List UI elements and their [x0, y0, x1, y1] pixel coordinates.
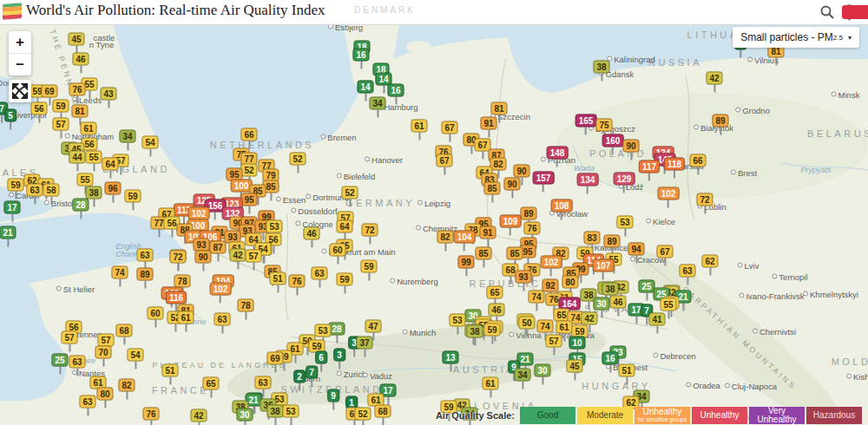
- aqi-marker[interactable]: 63: [679, 265, 695, 278]
- aqi-marker[interactable]: 38: [266, 405, 283, 418]
- aqi-marker[interactable]: 52: [289, 153, 306, 166]
- aqi-marker[interactable]: 53: [282, 405, 299, 418]
- aqi-marker[interactable]: 102: [541, 256, 562, 269]
- aqi-marker[interactable]: 34: [369, 97, 385, 110]
- aqi-marker[interactable]: 58: [43, 184, 59, 197]
- legend-item-moderate[interactable]: Moderate: [577, 407, 633, 424]
- aqi-marker[interactable]: 83: [583, 232, 600, 245]
- aqi-marker[interactable]: 66: [689, 154, 706, 167]
- aqi-marker[interactable]: 74: [111, 266, 128, 279]
- aqi-marker[interactable]: 59: [52, 100, 69, 113]
- aqi-marker[interactable]: 129: [614, 173, 635, 186]
- map-canvas[interactable]: DENMARKNETHERLANDSGERMANYPOLANDBELARUSRU…: [0, 24, 868, 425]
- aqi-marker[interactable]: 81: [71, 105, 88, 118]
- aqi-marker[interactable]: 61: [177, 311, 194, 324]
- aqi-marker[interactable]: 51: [269, 272, 286, 285]
- aqi-marker[interactable]: 38: [85, 186, 102, 199]
- aqi-marker[interactable]: 17: [3, 201, 20, 214]
- aqi-marker[interactable]: 46: [488, 304, 504, 317]
- aqi-marker[interactable]: 38: [466, 325, 483, 338]
- aqi-marker[interactable]: 89: [520, 207, 536, 220]
- aqi-marker[interactable]: 90: [513, 165, 529, 178]
- aqi-marker[interactable]: 85: [475, 247, 491, 260]
- aqi-marker[interactable]: 28: [72, 199, 89, 212]
- aqi-marker[interactable]: 61: [80, 122, 96, 135]
- aqi-marker[interactable]: 65: [486, 286, 503, 299]
- aqi-marker[interactable]: 72: [169, 251, 186, 264]
- legend-item-unhealthy[interactable]: Unhealthyfor sensitive groups: [635, 407, 690, 424]
- aqi-marker[interactable]: 46: [609, 296, 626, 309]
- aqi-marker[interactable]: 81: [490, 102, 507, 115]
- aqi-marker[interactable]: 76: [523, 222, 540, 235]
- aqi-marker[interactable]: 69: [41, 85, 57, 98]
- aqi-marker[interactable]: 67: [441, 121, 457, 134]
- aqi-marker[interactable]: 85: [506, 247, 523, 260]
- aqi-marker[interactable]: 61: [556, 321, 572, 334]
- aqi-marker[interactable]: 63: [69, 356, 85, 369]
- aqi-marker[interactable]: 59: [360, 260, 377, 273]
- aqi-marker[interactable]: 116: [166, 291, 187, 304]
- aqi-marker[interactable]: 53: [449, 314, 465, 327]
- aqi-marker[interactable]: 90: [503, 178, 520, 191]
- aqi-marker[interactable]: 61: [411, 120, 427, 133]
- aqi-marker[interactable]: 118: [664, 158, 685, 171]
- aqi-marker[interactable]: 38: [602, 283, 618, 296]
- aqi-marker[interactable]: 69: [266, 352, 283, 365]
- aqi-marker[interactable]: 42: [229, 249, 246, 262]
- aqi-marker[interactable]: 57: [52, 118, 69, 131]
- aqi-marker[interactable]: 157: [533, 172, 555, 185]
- aqi-marker[interactable]: 62: [701, 255, 718, 268]
- aqi-marker[interactable]: 52: [341, 186, 358, 199]
- aqi-marker[interactable]: 109: [500, 215, 522, 228]
- aqi-marker[interactable]: 107: [593, 259, 615, 272]
- aqi-marker[interactable]: 64: [336, 220, 352, 233]
- aqi-marker[interactable]: 10: [569, 337, 585, 350]
- aqi-marker[interactable]: 63: [136, 249, 153, 262]
- aqi-marker[interactable]: 74: [536, 320, 553, 333]
- aqi-marker[interactable]: 51: [618, 364, 635, 377]
- aqi-marker[interactable]: 67: [656, 245, 673, 258]
- aqi-marker[interactable]: 14: [357, 81, 373, 94]
- aqi-marker[interactable]: 16: [602, 352, 618, 365]
- aqi-marker[interactable]: 102: [658, 187, 680, 200]
- aqi-marker[interactable]: 46: [303, 227, 319, 240]
- aqi-marker[interactable]: 6: [315, 351, 327, 364]
- aqi-marker[interactable]: 102: [210, 283, 232, 296]
- aqi-marker[interactable]: 68: [374, 405, 391, 418]
- aqi-marker[interactable]: 59: [7, 179, 23, 192]
- menu-flag-button[interactable]: [842, 5, 868, 19]
- aqi-marker[interactable]: 46: [72, 53, 89, 66]
- aqi-marker[interactable]: 42: [190, 409, 207, 422]
- aqi-marker[interactable]: 13: [442, 351, 458, 364]
- legend-item-unhealthy[interactable]: Unhealthy: [692, 407, 747, 424]
- aqi-marker[interactable]: 57: [97, 334, 114, 347]
- aqi-marker[interactable]: 30: [236, 409, 253, 422]
- aqi-marker[interactable]: 16: [352, 49, 369, 62]
- aqi-marker[interactable]: 70: [95, 346, 111, 359]
- aqi-marker[interactable]: 53: [314, 324, 331, 337]
- aqi-marker[interactable]: 76: [69, 83, 85, 96]
- aqi-marker[interactable]: 59: [483, 324, 500, 337]
- aqi-marker[interactable]: 37: [356, 337, 372, 350]
- aqi-marker[interactable]: 78: [237, 299, 253, 312]
- aqi-marker[interactable]: 9: [327, 389, 339, 402]
- aqi-marker[interactable]: 78: [174, 275, 190, 288]
- aqi-marker[interactable]: 5: [4, 109, 16, 122]
- aqi-marker[interactable]: 63: [214, 313, 230, 326]
- aqi-marker[interactable]: 63: [79, 396, 95, 409]
- aqi-marker[interactable]: 61: [482, 377, 498, 390]
- aqi-marker[interactable]: 134: [577, 173, 599, 186]
- aqi-marker[interactable]: 34: [514, 369, 530, 382]
- aqi-marker[interactable]: 75: [595, 119, 612, 132]
- aqi-marker[interactable]: 2: [293, 370, 306, 383]
- aqi-marker[interactable]: 3: [333, 349, 345, 362]
- aqi-marker[interactable]: 42: [581, 312, 597, 325]
- aqi-marker[interactable]: 60: [147, 307, 163, 320]
- aqi-marker[interactable]: 165: [575, 114, 597, 128]
- aqi-marker[interactable]: 52: [240, 164, 257, 177]
- aqi-marker[interactable]: 93: [193, 239, 209, 252]
- aqi-marker[interactable]: 57: [545, 335, 562, 348]
- aqi-marker[interactable]: 16: [387, 84, 404, 97]
- search-icon[interactable]: [819, 4, 835, 20]
- aqi-marker[interactable]: 99: [457, 256, 474, 269]
